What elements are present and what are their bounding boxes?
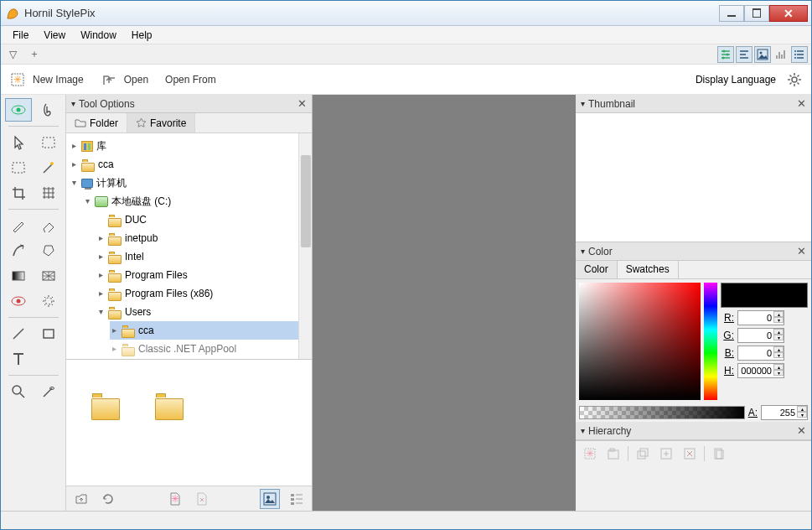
- merge-layer-icon[interactable]: [657, 444, 675, 463]
- tab-folder[interactable]: Folder: [66, 113, 127, 132]
- tree-node[interactable]: ▸Program Files (x86): [96, 284, 312, 303]
- collapse-icon[interactable]: ▾: [581, 247, 585, 256]
- spinner[interactable]: ▴▾: [797, 406, 807, 418]
- tree-node[interactable]: ▾计算机: [70, 174, 312, 192]
- pattern-tool[interactable]: [35, 264, 62, 288]
- exposure-tool[interactable]: [35, 289, 62, 313]
- list-panel-icon[interactable]: [791, 46, 808, 63]
- rectangle-tool[interactable]: [35, 322, 62, 346]
- tree-node[interactable]: ▸inetpub: [96, 229, 312, 247]
- saturation-value-box[interactable]: [579, 283, 701, 400]
- folder-item[interactable]: [155, 393, 168, 407]
- open-from-button[interactable]: Open From: [165, 74, 216, 86]
- crop-tool[interactable]: [5, 181, 32, 205]
- lasso-tool[interactable]: [5, 156, 32, 179]
- thumbnail-header[interactable]: ▾ Thumbnail ✕: [576, 95, 811, 113]
- new-layer-icon[interactable]: ✳: [581, 444, 599, 463]
- folder-item[interactable]: [91, 393, 105, 407]
- eye-tool[interactable]: [5, 98, 32, 122]
- line-tool[interactable]: [5, 322, 32, 346]
- tree-node[interactable]: ▸cca: [70, 155, 312, 174]
- tree-node[interactable]: ▸cca: [110, 321, 312, 340]
- canvas-area[interactable]: [313, 95, 576, 511]
- close-icon[interactable]: ✕: [797, 97, 806, 110]
- up-folder-icon[interactable]: [71, 489, 91, 509]
- collapse-icon[interactable]: ▾: [581, 426, 585, 435]
- delete-layer-icon[interactable]: [680, 444, 699, 463]
- new-tab-icon[interactable]: ＋: [26, 46, 43, 63]
- close-button[interactable]: [769, 5, 808, 22]
- thumb-view-icon[interactable]: [260, 489, 280, 509]
- folder-tree[interactable]: ▸库▸cca▾计算机▾本地磁盘 (C:)DUC▸inetpub▸Intel▸Pr…: [66, 133, 312, 360]
- magic-wand-tool[interactable]: [35, 156, 62, 179]
- align-icon[interactable]: [736, 46, 753, 63]
- menu-file[interactable]: File: [6, 28, 35, 43]
- tree-node[interactable]: ▸Program Files: [96, 266, 312, 284]
- hue-strip[interactable]: [704, 283, 717, 400]
- image-panel-icon[interactable]: [754, 46, 771, 63]
- display-language-button[interactable]: Display Language: [696, 74, 776, 86]
- tab-favorite[interactable]: Favorite: [127, 113, 195, 132]
- clip-tool[interactable]: [35, 98, 62, 122]
- svg-rect-38: [716, 450, 723, 459]
- maximize-button[interactable]: [744, 5, 769, 22]
- tool-options-header[interactable]: ▾ Tool Options ✕: [66, 95, 312, 113]
- color-header[interactable]: ▾ Color ✕: [576, 242, 811, 261]
- zoom-tool[interactable]: [5, 380, 32, 403]
- tab-color[interactable]: Color: [576, 261, 618, 278]
- histogram-icon[interactable]: [773, 46, 789, 63]
- tree-node[interactable]: ▸Classic .NET AppPool: [110, 340, 312, 358]
- scrollbar[interactable]: [298, 133, 312, 359]
- new-group-icon[interactable]: [604, 444, 623, 463]
- smudge-tool[interactable]: [35, 239, 62, 262]
- tree-node[interactable]: ▾本地磁盘 (C:): [83, 192, 312, 210]
- svg-rect-15: [13, 272, 24, 280]
- menu-view[interactable]: View: [37, 28, 72, 43]
- sliders-icon[interactable]: [717, 46, 734, 63]
- tree-node[interactable]: ▸Intel: [96, 247, 312, 266]
- layer-properties-icon[interactable]: [710, 444, 728, 463]
- spinner[interactable]: ▴▾: [773, 364, 784, 376]
- collapse-icon[interactable]: ▾: [581, 99, 585, 108]
- duplicate-layer-icon[interactable]: [634, 444, 652, 463]
- dropdown-icon[interactable]: ▽: [4, 46, 21, 63]
- gear-icon[interactable]: [786, 71, 803, 88]
- new-doc-icon[interactable]: ✳: [165, 489, 185, 509]
- visibility-tool[interactable]: [5, 289, 32, 313]
- refresh-icon[interactable]: [98, 489, 118, 509]
- grid-tool[interactable]: [35, 181, 62, 205]
- minimize-button[interactable]: [719, 5, 744, 22]
- hierarchy-header[interactable]: ▾ Hierarchy ✕: [576, 422, 811, 440]
- new-image-button[interactable]: ✳ New Image: [9, 71, 84, 88]
- current-color-swatch[interactable]: [721, 283, 808, 308]
- menu-window[interactable]: Window: [74, 28, 123, 43]
- open-button[interactable]: Open: [101, 71, 148, 88]
- rect-marquee-tool[interactable]: [35, 131, 62, 154]
- delete-doc-icon[interactable]: [192, 489, 212, 509]
- alpha-slider[interactable]: [579, 406, 745, 419]
- close-icon[interactable]: ✕: [297, 97, 307, 110]
- spinner[interactable]: ▴▾: [773, 346, 784, 358]
- menu-help[interactable]: Help: [125, 28, 159, 43]
- tab-swatches[interactable]: Swatches: [618, 261, 679, 278]
- collapse-icon[interactable]: ▾: [71, 99, 75, 108]
- list-view-icon[interactable]: [287, 489, 307, 509]
- pan-tool[interactable]: [35, 380, 62, 403]
- brush-tool[interactable]: [5, 214, 32, 237]
- gradient-tool[interactable]: [5, 264, 32, 288]
- close-icon[interactable]: ✕: [797, 245, 806, 257]
- tool-separator: [8, 375, 59, 376]
- titlebar: Hornil StylePix: [1, 1, 811, 26]
- pointer-tool[interactable]: [5, 131, 32, 154]
- text-tool[interactable]: [5, 347, 32, 371]
- spinner[interactable]: ▴▾: [773, 311, 784, 323]
- tree-node[interactable]: DUC: [96, 210, 312, 229]
- scrollbar-thumb[interactable]: [301, 155, 311, 247]
- svg-point-5: [794, 50, 796, 52]
- eraser-tool[interactable]: [35, 214, 62, 237]
- tree-node[interactable]: ▾Users: [96, 303, 312, 321]
- tree-node[interactable]: ▸库: [70, 137, 312, 155]
- heal-tool[interactable]: [5, 239, 32, 262]
- close-icon[interactable]: ✕: [797, 424, 806, 437]
- spinner[interactable]: ▴▾: [773, 329, 784, 340]
